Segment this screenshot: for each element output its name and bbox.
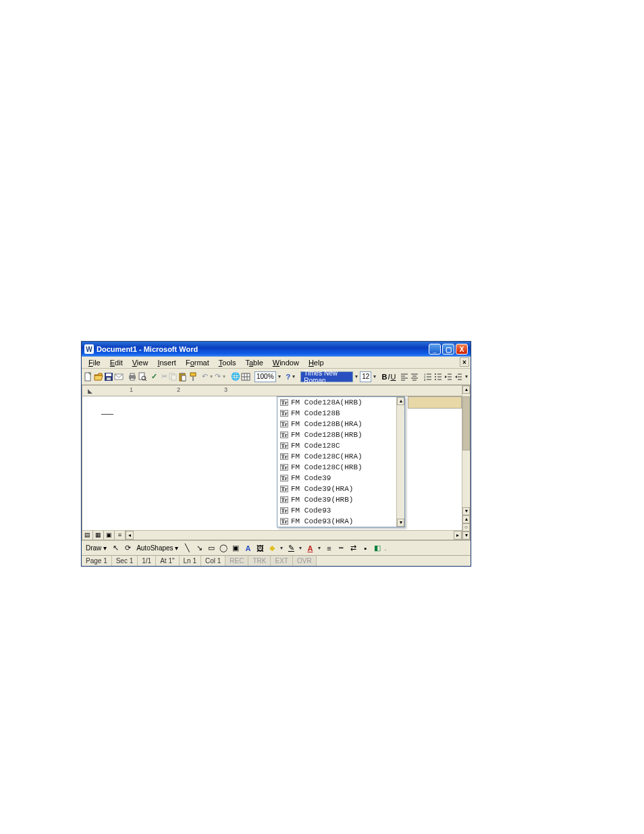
rectangle-icon[interactable]: ▭ [206,543,217,554]
undo-dropdown-icon[interactable]: ▾ [209,373,214,380]
undo-icon[interactable]: ↶ [202,371,208,383]
copy-icon[interactable] [168,371,178,383]
scroll-down-icon[interactable]: ▾ [462,507,470,515]
spelling-icon[interactable]: ✓ [151,371,157,383]
line-style-icon[interactable]: ≡ [323,543,334,554]
cut-icon[interactable]: ✂ [161,371,167,383]
redo-dropdown-icon[interactable]: ▾ [221,373,227,380]
help-icon[interactable]: ? [286,371,291,383]
font-item[interactable]: TrFM Code128C(HRB) [277,462,404,473]
line-color-dropdown-icon[interactable]: ▾ [298,545,303,551]
menu-tools[interactable]: Tools [215,358,240,367]
zoom-input[interactable]: 100% [254,371,276,382]
print-layout-view-icon[interactable]: ▣ [104,531,115,540]
underline-icon[interactable]: U [390,371,396,383]
format-painter-icon[interactable] [188,371,198,383]
draw-menu[interactable]: Draw ▾ [84,544,109,552]
status-rec[interactable]: REC [225,556,248,566]
font-item[interactable]: TrFM Code93 [277,505,404,516]
wordart-icon[interactable]: A [242,543,253,554]
font-item[interactable]: TrFM Code93(HRA) [277,516,404,527]
scroll-up-icon[interactable]: ▴ [462,386,470,394]
scroll-right-icon[interactable]: ▸ [454,531,462,540]
font-dropdown-list[interactable]: TrFM Code128A(HRB) TrFM Code128B TrFM Co… [277,396,405,527]
shadow-icon[interactable]: ▪ [360,543,371,554]
font-name-dropdown-icon[interactable]: ▾ [354,373,359,380]
textbox-icon[interactable]: ▣ [230,543,241,554]
3d-icon[interactable]: ◧ [372,543,383,554]
increase-indent-icon[interactable] [454,371,463,383]
rotate-icon[interactable]: ⟳ [122,543,133,554]
minimize-button[interactable]: _ [429,344,441,355]
web-view-icon[interactable]: ▦ [93,531,104,540]
scroll-up-icon[interactable]: ▴ [397,397,404,405]
doc-close-button[interactable]: × [460,357,469,367]
dash-style-icon[interactable]: ┅ [336,543,346,554]
toolbar-options-icon[interactable]: ▾ [291,373,296,380]
font-item[interactable]: TrFM Code39 [277,473,404,484]
redo-icon[interactable]: ↷ [215,371,221,383]
open-icon[interactable] [94,371,103,383]
menu-view[interactable]: View [128,358,153,367]
outline-view-icon[interactable]: ≡ [115,531,126,540]
font-item[interactable]: TrFM Code128C(HRA) [277,451,404,462]
scroll-thumb[interactable] [462,396,470,450]
arrow-icon[interactable]: ↘ [194,543,205,554]
new-doc-icon[interactable] [84,371,93,383]
font-item[interactable]: TrFM Code39(HRA) [277,484,404,494]
paste-icon[interactable] [178,371,188,383]
font-item[interactable]: TrFM Code128B(HRB) [277,429,404,440]
scroll-left-icon[interactable]: ◂ [126,531,134,540]
decrease-indent-icon[interactable] [444,371,453,383]
normal-view-icon[interactable]: ▤ [82,531,93,540]
font-item[interactable]: TrFM Code128A(HRB) [277,397,404,408]
menu-format[interactable]: Format [182,358,213,367]
fill-color-icon[interactable]: ◆ [267,543,277,554]
font-color-icon[interactable]: A [304,543,315,554]
print-icon[interactable] [128,371,137,383]
font-item[interactable]: TrFM Code39(HRB) [277,494,404,505]
select-objects-icon[interactable]: ↖ [110,543,121,554]
font-size-dropdown-icon[interactable]: ▾ [372,373,377,380]
horizontal-scrollbar[interactable]: ▤ ▦ ▣ ≡ ◂ ▸ [82,530,462,540]
font-item[interactable]: TrFM Code128C [277,440,404,451]
arrow-style-icon[interactable]: ⇄ [348,543,358,554]
autoshapes-menu[interactable]: AutoShapes ▾ [134,544,180,552]
menu-table[interactable]: Table [241,358,267,367]
align-left-icon[interactable] [400,371,409,383]
hyperlink-icon[interactable]: 🌐 [231,371,240,383]
fill-color-dropdown-icon[interactable]: ▾ [279,545,284,551]
menu-file[interactable]: File [84,358,105,367]
save-icon[interactable] [104,371,113,383]
align-center-icon[interactable] [410,371,419,383]
line-color-icon[interactable]: ✎ [286,543,296,554]
tables-borders-icon[interactable] [241,371,250,383]
clipart-icon[interactable]: 🖼 [254,543,265,554]
font-size-input[interactable]: 12 [360,371,371,382]
maximize-button[interactable]: ▢ [442,344,454,355]
status-ext[interactable]: EXT [271,556,292,566]
menu-help[interactable]: Help [304,358,328,367]
bold-icon[interactable]: B [381,371,387,383]
font-dropdown-scrollbar[interactable]: ▴ ▾ [396,397,404,527]
horizontal-ruler[interactable]: ◣ 1 2 3 [82,386,462,396]
email-icon[interactable] [114,371,124,383]
font-color-dropdown-icon[interactable]: ▾ [317,545,322,551]
vertical-scrollbar[interactable]: ▴ ▾ ▴ ○ ▾ [462,386,470,540]
font-item[interactable]: TrFM Code128B [277,408,404,419]
zoom-dropdown-icon[interactable]: ▾ [277,373,282,380]
oval-icon[interactable]: ◯ [218,543,229,554]
status-ovr[interactable]: OVR [293,556,317,566]
format-toolbar-options-icon[interactable]: ▾ [464,373,469,380]
line-icon[interactable]: ╲ [182,543,192,554]
bullets-icon[interactable] [433,371,443,383]
menu-insert[interactable]: Insert [153,358,180,367]
numbering-icon[interactable]: 123 [423,371,433,383]
browse-object-icon[interactable]: ○ [462,523,470,531]
page-surface[interactable] [88,402,290,537]
font-name-input[interactable]: Times New Roman [300,371,353,382]
close-button[interactable]: X [456,344,468,355]
prev-page-icon[interactable]: ▴ [462,515,470,523]
scroll-down-icon[interactable]: ▾ [397,519,404,527]
menu-window[interactable]: Window [269,358,303,367]
